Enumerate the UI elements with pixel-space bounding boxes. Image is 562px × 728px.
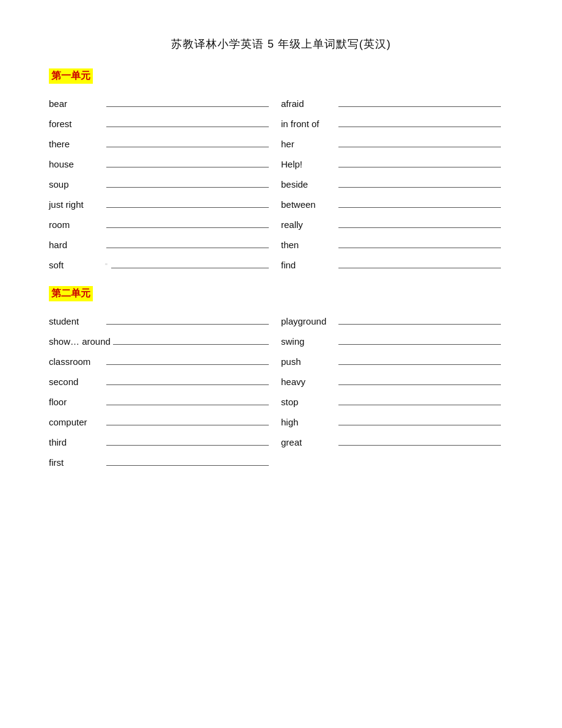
word-label: there — [49, 139, 104, 149]
word-item: hard — [49, 233, 281, 254]
word-line — [338, 106, 501, 107]
word-line — [338, 167, 501, 167]
word-label: find — [281, 260, 336, 270]
word-line — [106, 364, 269, 365]
word-item: heavy — [281, 370, 513, 391]
word-item: playground — [281, 310, 513, 330]
word-line — [338, 127, 501, 127]
word-line — [338, 187, 501, 188]
word-line — [338, 248, 501, 248]
word-line — [106, 207, 269, 208]
word-line — [106, 324, 269, 325]
word-item: great — [281, 431, 513, 451]
word-label: third — [49, 437, 104, 447]
word-line — [106, 384, 269, 385]
word-label: forest — [49, 119, 104, 129]
word-line — [338, 405, 501, 405]
word-item: her — [281, 133, 513, 153]
word-item: first — [49, 451, 281, 471]
word-line — [106, 405, 269, 405]
right-column-1: afraidin front ofherHelp! besidebetweenr… — [281, 92, 513, 274]
right-column-2: playgroundswingpushheavystophighgreat — [281, 310, 513, 471]
word-label: great — [281, 437, 336, 447]
word-item: just right — [49, 193, 281, 213]
word-item: student — [49, 310, 281, 330]
word-item: show… around — [49, 330, 281, 350]
word-item: floor — [49, 391, 281, 411]
word-label: Help! — [281, 159, 336, 169]
word-label: her — [281, 139, 336, 149]
word-line — [338, 445, 501, 446]
word-line — [106, 127, 269, 127]
word-label: playground — [281, 316, 336, 326]
word-label: hard — [49, 240, 104, 250]
word-item: really — [281, 213, 513, 233]
word-item: afraid — [281, 92, 513, 112]
word-line — [338, 268, 501, 268]
word-item: house — [49, 153, 281, 173]
left-column-2: studentshow… aroundclassroomsecondfloorc… — [49, 310, 281, 471]
word-label: swing — [281, 336, 336, 347]
left-column-1: bearforesttherehousesoupjust rightroomha… — [49, 92, 281, 274]
word-line — [338, 324, 501, 325]
word-label: push — [281, 356, 336, 367]
word-label: high — [281, 417, 336, 427]
word-label: heavy — [281, 377, 336, 387]
word-line — [338, 227, 501, 228]
word-line — [111, 268, 269, 268]
word-label: student — [49, 316, 104, 326]
word-line — [338, 384, 501, 385]
word-line — [338, 207, 501, 208]
word-item: beside — [281, 173, 513, 193]
word-item: high — [281, 411, 513, 431]
word-item: there — [49, 133, 281, 153]
word-label: computer — [49, 417, 104, 427]
word-line — [106, 227, 269, 228]
word-item: Help! — [281, 153, 513, 173]
word-line — [113, 344, 269, 345]
words-grid-2: studentshow… aroundclassroomsecondfloorc… — [49, 310, 513, 471]
word-line — [106, 187, 269, 188]
word-label: soft — [49, 260, 104, 270]
word-label: really — [281, 219, 336, 230]
word-line — [106, 445, 269, 446]
word-label: beside — [281, 179, 336, 189]
section-block-1: 第一单元bearforesttherehousesoupjust rightro… — [49, 68, 513, 274]
word-line — [106, 248, 269, 248]
quote-mark: " — [105, 262, 108, 270]
word-label: soup — [49, 179, 104, 189]
word-label: bear — [49, 98, 104, 109]
word-label: between — [281, 199, 336, 210]
word-item: then — [281, 233, 513, 254]
word-item: third — [49, 431, 281, 451]
word-item: between — [281, 193, 513, 213]
word-item: classroom — [49, 350, 281, 370]
word-item: second — [49, 370, 281, 391]
word-label: floor — [49, 397, 104, 407]
words-grid-1: bearforesttherehousesoupjust rightroomha… — [49, 92, 513, 274]
word-item: swing — [281, 330, 513, 350]
word-line — [338, 364, 501, 365]
word-label: room — [49, 219, 104, 230]
section-header-1: 第一单元 — [49, 68, 93, 84]
word-line — [338, 425, 501, 425]
word-item: soup — [49, 173, 281, 193]
word-label: show… around — [49, 336, 111, 347]
word-line — [106, 425, 269, 425]
word-item: bear — [49, 92, 281, 112]
word-label: classroom — [49, 356, 104, 367]
word-label: second — [49, 377, 104, 387]
word-item: push — [281, 350, 513, 370]
word-item: in front of — [281, 112, 513, 133]
page-title: 苏教译林小学英语 5 年级上单词默写(英汉) — [49, 37, 513, 51]
word-item: room — [49, 213, 281, 233]
word-label: then — [281, 240, 336, 250]
word-line — [106, 106, 269, 107]
section-header-2: 第二单元 — [49, 286, 93, 301]
word-label: first — [49, 457, 104, 468]
word-line — [106, 167, 269, 167]
word-line — [338, 147, 501, 147]
word-line — [106, 465, 269, 466]
word-label: house — [49, 159, 104, 169]
word-label: afraid — [281, 98, 336, 109]
